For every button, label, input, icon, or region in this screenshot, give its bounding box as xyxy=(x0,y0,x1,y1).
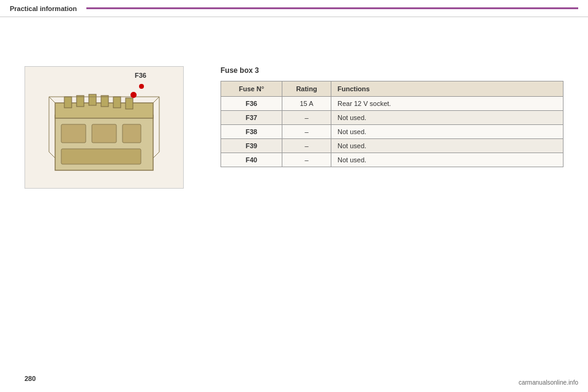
cell-fuse: F38 xyxy=(221,125,282,139)
svg-rect-8 xyxy=(61,124,86,143)
svg-rect-7 xyxy=(126,98,133,109)
cell-function: Not used. xyxy=(331,125,564,139)
svg-rect-6 xyxy=(113,97,121,108)
svg-rect-5 xyxy=(101,96,108,107)
col-header-functions: Functions xyxy=(331,81,564,97)
table-row: F40–Not used. xyxy=(221,153,564,167)
svg-point-19 xyxy=(130,92,137,98)
left-panel: F36 xyxy=(24,66,196,189)
cell-fuse: F40 xyxy=(221,153,282,167)
col-header-rating: Rating xyxy=(282,81,331,97)
cell-fuse: F39 xyxy=(221,139,282,153)
fuse-diagram-box: F36 xyxy=(24,66,184,189)
table-header-row: Fuse N° Rating Functions xyxy=(221,81,564,97)
svg-rect-9 xyxy=(92,124,116,143)
cell-fuse: F37 xyxy=(221,111,282,125)
svg-line-17 xyxy=(49,152,55,158)
cell-rating: – xyxy=(282,111,331,125)
page-number: 280 xyxy=(24,375,36,382)
svg-line-18 xyxy=(153,152,159,158)
header-bar: Practical information xyxy=(0,0,588,17)
page-section-title: Practical information xyxy=(10,5,77,12)
cell-function: Not used. xyxy=(331,153,564,167)
svg-rect-10 xyxy=(123,124,141,143)
right-panel: Fuse box 3 Fuse N° Rating Functions F361… xyxy=(221,66,564,189)
table-row: F39–Not used. xyxy=(221,139,564,153)
table-row: F3615 ARear 12 V socket. xyxy=(221,97,564,111)
svg-rect-2 xyxy=(64,97,72,108)
table-row: F38–Not used. xyxy=(221,125,564,139)
svg-rect-4 xyxy=(89,94,96,105)
section-title: Fuse box 3 xyxy=(221,66,564,75)
cell-rating: – xyxy=(282,139,331,153)
fuse-label: F36 xyxy=(135,72,146,79)
fuse-marker xyxy=(139,84,144,89)
website-label: carmanualsonline.info xyxy=(519,379,578,386)
main-content: F36 xyxy=(0,54,588,201)
cell-function: Not used. xyxy=(331,111,564,125)
header-accent-line xyxy=(86,7,578,9)
fuse-table: Fuse N° Rating Functions F3615 ARear 12 … xyxy=(221,81,564,167)
col-header-fuse: Fuse N° xyxy=(221,81,282,97)
svg-line-12 xyxy=(49,97,55,103)
fuse-box-svg xyxy=(43,78,165,176)
cell-function: Rear 12 V socket. xyxy=(331,97,564,111)
svg-line-13 xyxy=(153,97,159,103)
cell-function: Not used. xyxy=(331,139,564,153)
cell-rating: – xyxy=(282,125,331,139)
svg-rect-3 xyxy=(77,96,84,107)
cell-rating: – xyxy=(282,153,331,167)
cell-fuse: F36 xyxy=(221,97,282,111)
svg-rect-11 xyxy=(61,149,141,164)
table-row: F37–Not used. xyxy=(221,111,564,125)
cell-rating: 15 A xyxy=(282,97,331,111)
